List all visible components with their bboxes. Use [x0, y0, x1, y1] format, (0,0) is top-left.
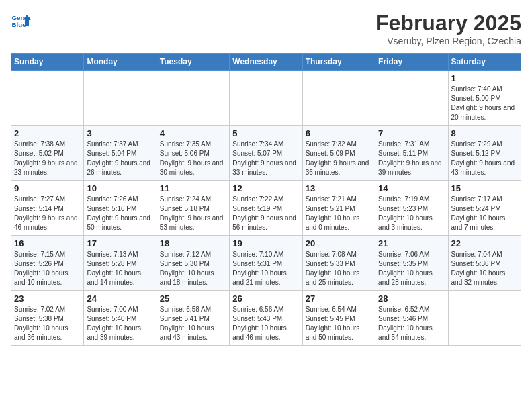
day-info: Sunrise: 7:00 AM Sunset: 5:40 PM Dayligh… — [87, 305, 153, 342]
calendar-cell: 2Sunrise: 7:38 AM Sunset: 5:02 PM Daylig… — [11, 126, 84, 181]
day-number: 9 — [14, 183, 81, 193]
calendar-cell: 6Sunrise: 7:32 AM Sunset: 5:09 PM Daylig… — [302, 126, 375, 181]
day-number: 19 — [232, 238, 299, 248]
day-info: Sunrise: 6:58 AM Sunset: 5:41 PM Dayligh… — [160, 305, 226, 342]
calendar-cell: 22Sunrise: 7:04 AM Sunset: 5:36 PM Dayli… — [448, 236, 521, 291]
day-info: Sunrise: 7:13 AM Sunset: 5:28 PM Dayligh… — [87, 250, 153, 287]
calendar-cell: 20Sunrise: 7:08 AM Sunset: 5:33 PM Dayli… — [302, 236, 375, 291]
logo-icon: General Blue — [11, 11, 31, 31]
calendar-table: SundayMondayTuesdayWednesdayThursdayFrid… — [11, 53, 521, 346]
page-header: General Blue February 2025 Vseruby, Plze… — [11, 11, 521, 46]
weekday-header: Tuesday — [157, 54, 229, 71]
calendar-cell — [302, 71, 375, 126]
day-info: Sunrise: 7:06 AM Sunset: 5:35 PM Dayligh… — [378, 250, 445, 287]
svg-text:Blue: Blue — [12, 21, 27, 28]
calendar-cell: 15Sunrise: 7:17 AM Sunset: 5:24 PM Dayli… — [448, 181, 521, 236]
day-number: 5 — [232, 128, 299, 138]
calendar-cell: 11Sunrise: 7:24 AM Sunset: 5:18 PM Dayli… — [157, 181, 229, 236]
day-number: 18 — [160, 238, 226, 248]
day-number: 25 — [160, 293, 226, 304]
calendar-week-row: 16Sunrise: 7:15 AM Sunset: 5:26 PM Dayli… — [11, 236, 521, 291]
day-number: 6 — [306, 128, 372, 138]
calendar-cell: 23Sunrise: 7:02 AM Sunset: 5:38 PM Dayli… — [11, 291, 84, 346]
calendar-cell: 9Sunrise: 7:27 AM Sunset: 5:14 PM Daylig… — [11, 181, 84, 236]
calendar-cell — [157, 71, 229, 126]
calendar-cell: 25Sunrise: 6:58 AM Sunset: 5:41 PM Dayli… — [157, 291, 229, 346]
day-info: Sunrise: 7:35 AM Sunset: 5:06 PM Dayligh… — [160, 140, 226, 177]
day-number: 24 — [87, 293, 153, 304]
calendar-cell: 28Sunrise: 6:52 AM Sunset: 5:46 PM Dayli… — [375, 291, 448, 346]
calendar-cell: 1Sunrise: 7:40 AM Sunset: 5:00 PM Daylig… — [448, 71, 521, 126]
calendar-cell: 10Sunrise: 7:26 AM Sunset: 5:16 PM Dayli… — [84, 181, 157, 236]
day-number: 13 — [306, 183, 372, 193]
calendar-week-row: 1Sunrise: 7:40 AM Sunset: 5:00 PM Daylig… — [11, 71, 521, 126]
calendar-cell: 14Sunrise: 7:19 AM Sunset: 5:23 PM Dayli… — [375, 181, 448, 236]
day-info: Sunrise: 7:37 AM Sunset: 5:04 PM Dayligh… — [87, 140, 153, 177]
day-number: 28 — [378, 293, 445, 304]
calendar-cell: 4Sunrise: 7:35 AM Sunset: 5:06 PM Daylig… — [157, 126, 229, 181]
day-info: Sunrise: 7:29 AM Sunset: 5:12 PM Dayligh… — [451, 140, 518, 177]
month-title: February 2025 — [375, 11, 521, 36]
day-info: Sunrise: 7:08 AM Sunset: 5:33 PM Dayligh… — [306, 250, 372, 287]
day-number: 17 — [87, 238, 153, 248]
day-info: Sunrise: 7:15 AM Sunset: 5:26 PM Dayligh… — [14, 250, 81, 287]
day-number: 4 — [160, 128, 226, 138]
day-info: Sunrise: 6:56 AM Sunset: 5:43 PM Dayligh… — [232, 305, 299, 342]
day-number: 26 — [232, 293, 299, 304]
weekday-header: Thursday — [302, 54, 375, 71]
calendar-cell: 19Sunrise: 7:10 AM Sunset: 5:31 PM Dayli… — [230, 236, 302, 291]
calendar-cell: 12Sunrise: 7:22 AM Sunset: 5:19 PM Dayli… — [230, 181, 302, 236]
calendar-cell: 16Sunrise: 7:15 AM Sunset: 5:26 PM Dayli… — [11, 236, 84, 291]
title-block: February 2025 Vseruby, Plzen Region, Cze… — [375, 11, 521, 46]
calendar-header-row: SundayMondayTuesdayWednesdayThursdayFrid… — [11, 54, 521, 71]
calendar-cell: 18Sunrise: 7:12 AM Sunset: 5:30 PM Dayli… — [157, 236, 229, 291]
day-info: Sunrise: 7:24 AM Sunset: 5:18 PM Dayligh… — [160, 195, 226, 232]
day-info: Sunrise: 7:40 AM Sunset: 5:00 PM Dayligh… — [451, 85, 518, 122]
day-number: 3 — [87, 128, 153, 138]
day-number: 21 — [378, 238, 445, 248]
weekday-header: Saturday — [448, 54, 521, 71]
calendar-cell: 7Sunrise: 7:31 AM Sunset: 5:11 PM Daylig… — [375, 126, 448, 181]
logo: General Blue — [11, 11, 31, 31]
calendar-cell — [375, 71, 448, 126]
day-info: Sunrise: 7:34 AM Sunset: 5:07 PM Dayligh… — [232, 140, 299, 177]
day-number: 1 — [451, 73, 518, 83]
calendar-cell: 26Sunrise: 6:56 AM Sunset: 5:43 PM Dayli… — [230, 291, 302, 346]
day-info: Sunrise: 7:04 AM Sunset: 5:36 PM Dayligh… — [451, 250, 518, 287]
calendar-cell — [448, 291, 521, 346]
day-number: 23 — [14, 293, 81, 304]
day-info: Sunrise: 6:54 AM Sunset: 5:45 PM Dayligh… — [306, 305, 372, 342]
day-info: Sunrise: 7:32 AM Sunset: 5:09 PM Dayligh… — [306, 140, 372, 177]
calendar-cell: 21Sunrise: 7:06 AM Sunset: 5:35 PM Dayli… — [375, 236, 448, 291]
day-info: Sunrise: 7:10 AM Sunset: 5:31 PM Dayligh… — [232, 250, 299, 287]
calendar-cell — [230, 71, 302, 126]
calendar-cell: 24Sunrise: 7:00 AM Sunset: 5:40 PM Dayli… — [84, 291, 157, 346]
day-info: Sunrise: 7:31 AM Sunset: 5:11 PM Dayligh… — [378, 140, 445, 177]
day-number: 20 — [306, 238, 372, 248]
calendar-cell: 5Sunrise: 7:34 AM Sunset: 5:07 PM Daylig… — [230, 126, 302, 181]
calendar-cell — [11, 71, 84, 126]
day-info: Sunrise: 7:02 AM Sunset: 5:38 PM Dayligh… — [14, 305, 81, 342]
weekday-header: Monday — [84, 54, 157, 71]
day-info: Sunrise: 7:19 AM Sunset: 5:23 PM Dayligh… — [378, 195, 445, 232]
calendar-week-row: 9Sunrise: 7:27 AM Sunset: 5:14 PM Daylig… — [11, 181, 521, 236]
day-number: 27 — [306, 293, 372, 304]
weekday-header: Sunday — [11, 54, 84, 71]
day-number: 8 — [451, 128, 518, 138]
day-number: 15 — [451, 183, 518, 193]
day-number: 16 — [14, 238, 81, 248]
day-number: 11 — [160, 183, 226, 193]
day-number: 22 — [451, 238, 518, 248]
calendar-cell: 13Sunrise: 7:21 AM Sunset: 5:21 PM Dayli… — [302, 181, 375, 236]
day-info: Sunrise: 6:52 AM Sunset: 5:46 PM Dayligh… — [378, 305, 445, 342]
weekday-header: Wednesday — [230, 54, 302, 71]
day-info: Sunrise: 7:17 AM Sunset: 5:24 PM Dayligh… — [451, 195, 518, 232]
day-number: 12 — [232, 183, 299, 193]
calendar-cell: 8Sunrise: 7:29 AM Sunset: 5:12 PM Daylig… — [448, 126, 521, 181]
day-info: Sunrise: 7:26 AM Sunset: 5:16 PM Dayligh… — [87, 195, 153, 232]
location-title: Vseruby, Plzen Region, Czechia — [375, 36, 521, 46]
calendar-cell: 27Sunrise: 6:54 AM Sunset: 5:45 PM Dayli… — [302, 291, 375, 346]
day-info: Sunrise: 7:22 AM Sunset: 5:19 PM Dayligh… — [232, 195, 299, 232]
calendar-cell: 17Sunrise: 7:13 AM Sunset: 5:28 PM Dayli… — [84, 236, 157, 291]
day-info: Sunrise: 7:38 AM Sunset: 5:02 PM Dayligh… — [14, 140, 81, 177]
